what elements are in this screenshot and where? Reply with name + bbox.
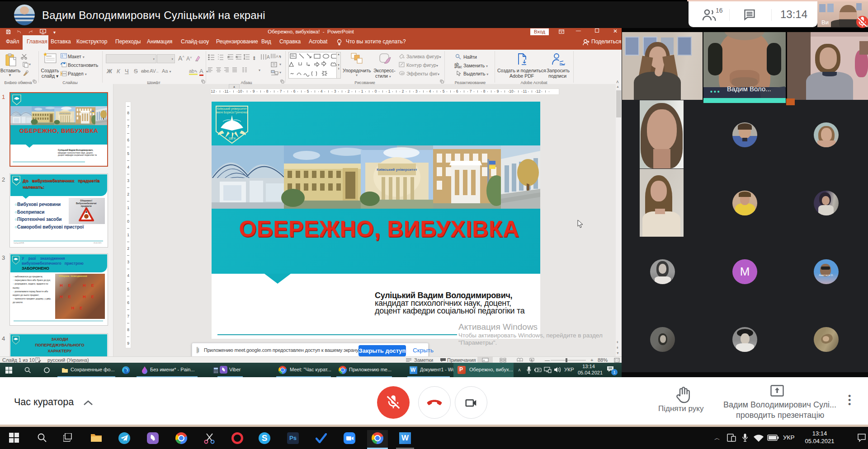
svg-text:1874: 1874	[228, 137, 236, 140]
svg-text:імені Бориса Грінченка: імені Бориса Грінченка	[216, 111, 248, 114]
svg-text:Київський університет: Київський університет	[377, 168, 417, 172]
svg-text:↕: ↕	[253, 54, 256, 60]
svg-text:Київський університет: Київський університет	[59, 113, 71, 114]
svg-text:A: A	[267, 55, 270, 60]
svg-text:A: A	[276, 54, 278, 59]
svg-text:16: 16	[716, 7, 723, 14]
svg-text:Київський університет: Київський університет	[217, 107, 247, 111]
